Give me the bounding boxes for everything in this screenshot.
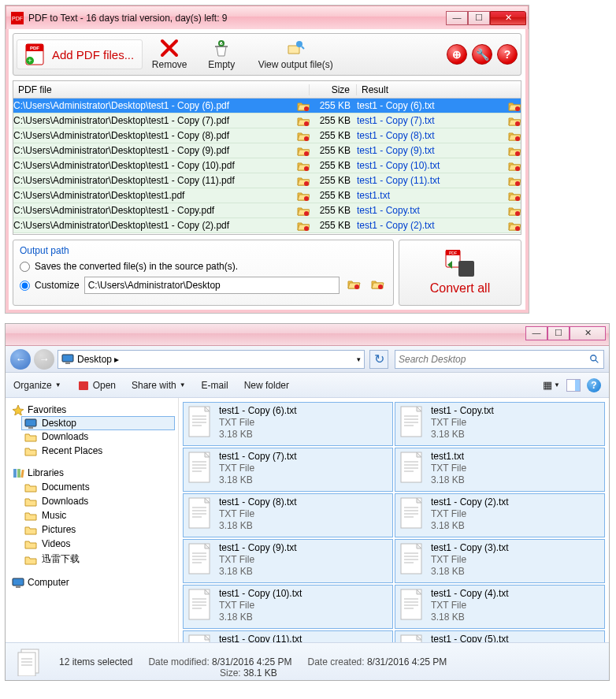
organize-menu[interactable]: Organize▼ (13, 380, 61, 391)
refresh-button[interactable]: ↻ (369, 350, 388, 369)
radio-source-path[interactable] (20, 262, 30, 272)
tree-item[interactable]: Documents (6, 480, 178, 494)
tree-favorites[interactable]: Favorites (6, 403, 178, 417)
locate-result-icon[interactable] (508, 115, 521, 126)
locate-result-icon[interactable] (508, 220, 521, 231)
result-name: test1 - Copy (9).txt (357, 145, 505, 156)
file-item[interactable]: test1 - Copy (10).txtTXT File3.18 KB (183, 585, 393, 629)
search-box[interactable] (395, 350, 604, 369)
remove-button[interactable]: Remove (144, 37, 195, 72)
col-file[interactable]: PDF file (13, 84, 310, 95)
chevron-down-icon[interactable]: ▾ (357, 355, 361, 363)
file-item[interactable]: test1 - Copy (3).txtTXT File3.18 KB (395, 539, 605, 583)
locate-file-icon[interactable] (297, 175, 310, 186)
email-button[interactable]: E-mail (202, 380, 228, 391)
locate-result-icon[interactable] (508, 130, 521, 141)
tree-item[interactable]: Downloads (6, 494, 178, 508)
pdf-add-icon (25, 43, 47, 65)
view-menu[interactable]: ▦▼ (543, 379, 560, 391)
tree-libraries[interactable]: Libraries (6, 466, 178, 480)
file-item[interactable]: test1 - Copy (11).txtTXT File3.18 KB (183, 630, 393, 642)
locate-file-icon[interactable] (297, 160, 310, 171)
maximize-button[interactable]: ☐ (468, 11, 490, 25)
file-grid[interactable]: test1 - Copy (6).txtTXT File3.18 KBtest1… (179, 398, 609, 642)
table-row[interactable]: C:\Users\Administrator\Desktop\test1 - C… (13, 128, 521, 143)
browse-folder-icon[interactable] (347, 278, 363, 292)
table-row[interactable]: C:\Users\Administrator\Desktop\test1 - C… (13, 203, 521, 218)
locate-result-icon[interactable] (508, 100, 521, 111)
new-folder-button[interactable]: New folder (244, 380, 289, 391)
open-folder-icon[interactable] (371, 278, 387, 292)
table-row[interactable]: C:\Users\Administrator\Desktop\test1 - C… (13, 99, 521, 113)
share-menu[interactable]: Share with▼ (132, 380, 186, 391)
result-name: test1 - Copy (8).txt (357, 130, 505, 141)
back-button[interactable]: ← (10, 349, 31, 370)
libraries-icon (12, 467, 24, 478)
locate-result-icon[interactable] (508, 205, 521, 216)
view-output-button[interactable]: View output file(s) (248, 37, 343, 72)
locate-file-icon[interactable] (297, 205, 310, 216)
locate-file-icon[interactable] (297, 100, 310, 111)
help-button[interactable]: ? (587, 378, 601, 392)
tree-item[interactable]: Videos (6, 537, 178, 551)
explorer-titlebar[interactable]: — ☐ ✕ (6, 324, 609, 346)
file-name: test1 - Copy (7).txt (219, 451, 297, 463)
file-item[interactable]: test1 - Copy (5).txtTXT File3.18 KB (395, 630, 605, 642)
search-input[interactable] (399, 354, 589, 365)
titlebar[interactable]: PDF PDF to Text - 16 days trial version,… (6, 6, 529, 29)
question-icon: ? (504, 48, 511, 61)
maximize-button[interactable]: ☐ (547, 326, 570, 340)
open-button[interactable]: Open (77, 379, 116, 392)
tree-item[interactable]: Pictures (6, 522, 178, 537)
table-row[interactable]: C:\Users\Administrator\Desktop\test1 - C… (13, 113, 521, 128)
table-row[interactable]: C:\Users\Administrator\Desktop\test1 - C… (13, 158, 521, 173)
locate-result-icon[interactable] (508, 190, 521, 201)
locate-file-icon[interactable] (297, 190, 310, 201)
col-result[interactable]: Result (357, 84, 521, 95)
locate-file-icon[interactable] (297, 115, 310, 126)
locate-result-icon[interactable] (508, 145, 521, 156)
close-button[interactable]: ✕ (570, 326, 606, 340)
file-item[interactable]: test1 - Copy (6).txtTXT File3.18 KB (183, 402, 393, 446)
locate-file-icon[interactable] (297, 220, 310, 231)
close-button[interactable]: ✕ (490, 11, 526, 25)
file-item[interactable]: test1 - Copy (4).txtTXT File3.18 KB (395, 585, 605, 629)
txt-file-icon (398, 542, 426, 577)
file-item[interactable]: test1 - Copy (9).txtTXT File3.18 KB (183, 539, 393, 583)
minimize-button[interactable]: — (525, 326, 547, 340)
file-item[interactable]: test1 - Copy.txtTXT File3.18 KB (395, 402, 605, 446)
tree-item[interactable]: Desktop (21, 416, 175, 430)
table-row[interactable]: C:\Users\Administrator\Desktop\test1.pdf… (13, 188, 521, 203)
file-item[interactable]: test1.txtTXT File3.18 KB (395, 448, 605, 492)
empty-button[interactable]: Empty (196, 37, 247, 72)
language-button[interactable]: ⊕ (447, 44, 467, 65)
radio-customize[interactable] (20, 281, 30, 291)
table-row[interactable]: C:\Users\Administrator\Desktop\test1 - C… (13, 173, 521, 188)
locate-result-icon[interactable] (508, 160, 521, 171)
settings-button[interactable]: 🔧 (472, 44, 492, 65)
table-row[interactable]: C:\Users\Administrator\Desktop\test1 - C… (13, 218, 521, 233)
tree-item[interactable]: Music (6, 508, 178, 522)
locate-file-icon[interactable] (297, 145, 310, 156)
file-item[interactable]: test1 - Copy (7).txtTXT File3.18 KB (183, 448, 393, 492)
forward-button[interactable]: → (34, 349, 54, 370)
breadcrumb[interactable]: Desktop ▸ ▾ (58, 350, 365, 369)
tree-item[interactable]: Recent Places (6, 444, 178, 458)
preview-pane-button[interactable] (566, 379, 581, 392)
svg-rect-31 (79, 381, 88, 390)
open-icon (77, 379, 90, 392)
add-pdf-button[interactable]: Add PDF files... (17, 39, 143, 69)
tree-item[interactable]: 迅雷下载 (6, 551, 178, 567)
locate-result-icon[interactable] (508, 175, 521, 186)
file-item[interactable]: test1 - Copy (8).txtTXT File3.18 KB (183, 493, 393, 537)
tree-computer[interactable]: Computer (6, 575, 178, 589)
locate-file-icon[interactable] (297, 130, 310, 141)
table-row[interactable]: C:\Users\Administrator\Desktop\test1 - C… (13, 143, 521, 158)
file-item[interactable]: test1 - Copy (2).txtTXT File3.18 KB (395, 493, 605, 537)
help-button[interactable]: ? (497, 44, 518, 65)
col-size[interactable]: Size (310, 84, 357, 95)
tree-item[interactable]: Downloads (6, 429, 178, 444)
minimize-button[interactable]: — (446, 11, 468, 25)
output-path-input[interactable] (84, 277, 340, 294)
convert-all-button[interactable]: Convert all (399, 240, 521, 306)
